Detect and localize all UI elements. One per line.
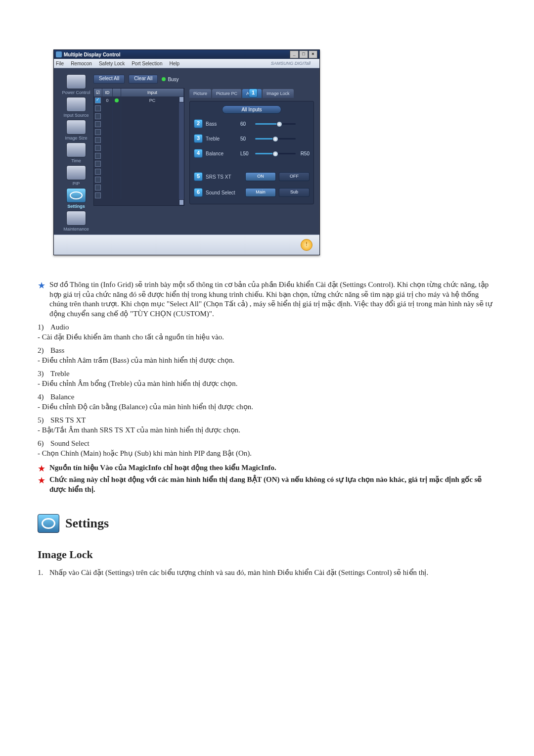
titlebar: Multiple Display Control _ □ × xyxy=(54,50,319,59)
row-checkbox[interactable] xyxy=(95,121,101,127)
callout-1: 1 xyxy=(249,89,258,97)
row-checkbox[interactable] xyxy=(95,137,101,143)
srs-off-button[interactable]: OFF xyxy=(279,172,310,181)
maximize-button[interactable]: □ xyxy=(299,50,308,58)
row-checkbox[interactable] xyxy=(95,185,101,190)
input-icon xyxy=(66,97,86,112)
row-checkbox[interactable] xyxy=(95,161,101,167)
row-checkbox[interactable] xyxy=(95,153,101,159)
row-checkbox[interactable] xyxy=(95,113,101,119)
clear-all-button[interactable]: Clear All xyxy=(129,75,158,84)
tab-picture[interactable]: Picture xyxy=(189,89,211,98)
callout-3: 3 xyxy=(194,134,203,143)
grid-header-checkbox[interactable]: ☑ xyxy=(94,89,102,96)
srs-row: 5 SRS TS XT ON OFF xyxy=(194,171,310,182)
statusbar: ! xyxy=(54,235,319,255)
time-icon xyxy=(66,142,86,157)
row-checkbox[interactable] xyxy=(95,129,101,135)
star-icon: ★ xyxy=(38,464,45,473)
busy-dot-icon xyxy=(162,77,166,81)
bass-slider[interactable] xyxy=(255,121,296,127)
settings-section-icon xyxy=(38,514,59,533)
list-item-3: 3) Treble xyxy=(38,369,496,379)
app-window: Multiple Display Control _ □ × File Remo… xyxy=(53,49,320,255)
toolbar: Select All Clear All Busy xyxy=(93,74,317,84)
image-size-icon xyxy=(66,120,86,135)
settings-panel: Picture Picture PC Audio Image Lock 1 Al… xyxy=(186,88,317,206)
callout-6: 6 xyxy=(194,188,203,197)
grid-header-id: ID xyxy=(102,89,113,96)
menu-safety-lock[interactable]: Safety Lock xyxy=(99,61,125,66)
pip-icon xyxy=(66,165,86,180)
callout-4: 4 xyxy=(194,149,203,158)
row-checkbox[interactable] xyxy=(95,97,101,103)
close-button[interactable]: × xyxy=(309,50,317,58)
srs-on-button[interactable]: ON xyxy=(245,172,276,181)
settings-icon xyxy=(66,188,86,203)
tab-picture-pc[interactable]: Picture PC xyxy=(212,89,241,98)
list-item-6: 6) Sound Select xyxy=(38,439,496,449)
ordered-item-1: 1. Nhấp vào Cài đặt (Settings) trên các … xyxy=(38,568,496,578)
grid-row-0[interactable]: 0 PC xyxy=(94,96,184,104)
list-item-1: 1) Audio xyxy=(38,323,496,332)
info-grid: ☑ ID Input 0 PC xyxy=(93,88,184,206)
callout-2: 2 xyxy=(194,119,203,128)
sidebar-item-settings[interactable]: Settings xyxy=(59,188,93,209)
row-checkbox[interactable] xyxy=(95,145,101,151)
sound-select-row: 6 Sound Select Main Sub xyxy=(194,187,310,198)
star-icon: ★ xyxy=(38,281,45,319)
tab-image-lock[interactable]: Image Lock xyxy=(263,89,294,98)
scroll-down-button[interactable] xyxy=(179,199,184,205)
sidebar-item-power[interactable]: Power Control xyxy=(59,74,93,95)
callout-5: 5 xyxy=(194,172,203,181)
sound-main-button[interactable]: Main xyxy=(245,188,276,197)
row-checkbox[interactable] xyxy=(95,192,101,198)
menu-help[interactable]: Help xyxy=(169,61,179,66)
row-checkbox[interactable] xyxy=(95,105,101,111)
menu-file[interactable]: File xyxy=(56,61,64,66)
row-checkbox[interactable] xyxy=(95,177,101,183)
minimize-button[interactable]: _ xyxy=(290,50,299,58)
sidebar-item-pip[interactable]: PIP xyxy=(59,165,93,186)
status-dot-icon xyxy=(115,98,119,102)
treble-slider[interactable] xyxy=(255,136,296,142)
subhead-image-lock: Image Lock xyxy=(38,548,496,562)
treble-row: 3 Treble 50 xyxy=(194,134,310,143)
sound-sub-button[interactable]: Sub xyxy=(279,188,310,197)
busy-indicator: Busy xyxy=(162,77,178,82)
select-all-button[interactable]: Select All xyxy=(93,75,125,84)
warning-icon: ! xyxy=(301,239,312,251)
sidebar-item-maintenance[interactable]: Maintenance xyxy=(59,211,93,232)
sidebar-item-image-size[interactable]: Image Size xyxy=(59,120,93,141)
scroll-up-button[interactable] xyxy=(179,96,184,102)
menubar: File Remocon Safety Lock Port Selection … xyxy=(54,59,319,68)
note-magicinfo: ★ Nguồn tín hiệu Vào của MagicInfo chỉ h… xyxy=(38,463,496,473)
list-item-2: 2) Bass xyxy=(38,346,496,356)
sidebar-item-time[interactable]: Time xyxy=(59,142,93,163)
maintenance-icon xyxy=(66,211,86,226)
menu-port-selection[interactable]: Port Selection xyxy=(132,61,162,66)
star-icon: ★ xyxy=(38,476,45,494)
menu-remocon[interactable]: Remocon xyxy=(71,61,92,66)
power-icon xyxy=(66,74,86,89)
row-checkbox[interactable] xyxy=(95,169,101,175)
balance-row: 4 Balance L50 R50 xyxy=(194,148,310,158)
note-on: ★ Chức năng này chỉ hoạt động với các mà… xyxy=(38,475,496,494)
note-intro: ★ Sơ đồ Thông tin (Info Grid) sẽ trình b… xyxy=(38,280,496,319)
grid-header-status xyxy=(113,89,121,96)
grid-scrollbar[interactable] xyxy=(179,96,184,205)
all-inputs-button[interactable]: All Inputs xyxy=(222,105,281,114)
sidebar-item-input[interactable]: Input Source xyxy=(59,97,93,118)
window-title: Multiple Display Control xyxy=(64,52,120,57)
app-icon xyxy=(56,51,62,57)
sidebar: Power Control Input Source Image Size Ti… xyxy=(59,74,93,232)
grid-header-input: Input xyxy=(121,89,184,96)
list-item-5: 5) SRS TS XT xyxy=(38,416,496,425)
section-title-settings: Settings xyxy=(38,514,496,533)
balance-slider[interactable] xyxy=(255,150,296,156)
list-item-4: 4) Balance xyxy=(38,392,496,402)
brand-label: SAMSUNG DIGITall xyxy=(271,61,311,66)
bass-row: 2 Bass 60 xyxy=(194,119,310,129)
